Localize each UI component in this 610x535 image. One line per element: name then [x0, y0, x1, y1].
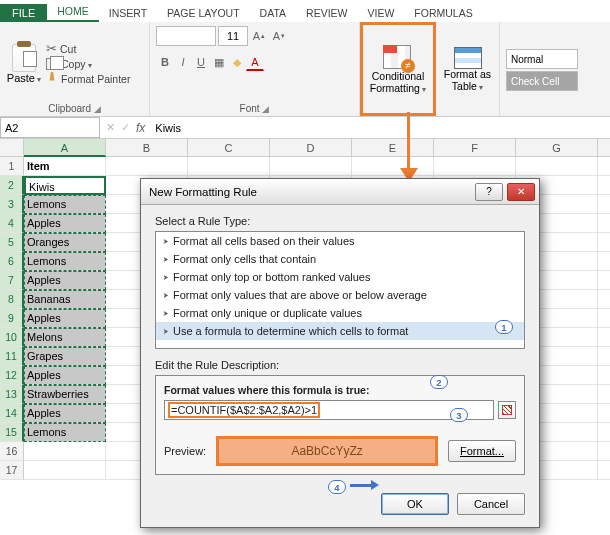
rule-item[interactable]: Format only unique or duplicate values: [156, 304, 524, 322]
dialog-titlebar[interactable]: New Formatting Rule ? ✕: [141, 179, 539, 205]
bold-button[interactable]: B: [156, 53, 174, 71]
row-header[interactable]: 15: [0, 423, 24, 442]
tab-file[interactable]: FILE: [0, 4, 47, 22]
range-picker-button[interactable]: [498, 401, 516, 419]
empty-cell[interactable]: [598, 252, 610, 271]
fx-icon[interactable]: fx: [136, 121, 145, 135]
data-cell[interactable]: Apples: [24, 309, 106, 328]
rule-item-selected[interactable]: Use a formula to determine which cells t…: [156, 322, 524, 340]
empty-cell[interactable]: [598, 309, 610, 328]
rule-type-list[interactable]: Format all cells based on their values F…: [155, 231, 525, 349]
data-cell[interactable]: Bananas: [24, 290, 106, 309]
data-cell[interactable]: Apples: [24, 214, 106, 233]
format-painter-button[interactable]: Format Painter: [46, 72, 130, 86]
empty-cell[interactable]: [434, 157, 516, 176]
data-cell[interactable]: Apples: [24, 366, 106, 385]
empty-cell[interactable]: [598, 233, 610, 252]
row-header[interactable]: 8: [0, 290, 24, 309]
empty-cell[interactable]: [598, 176, 610, 195]
data-cell[interactable]: Apples: [24, 271, 106, 290]
empty-cell[interactable]: [598, 271, 610, 290]
tab-formulas[interactable]: FORMULAS: [404, 4, 482, 22]
data-cell[interactable]: Apples: [24, 404, 106, 423]
empty-cell[interactable]: [188, 157, 270, 176]
data-cell[interactable]: Grapes: [24, 347, 106, 366]
format-button[interactable]: Format...: [448, 440, 516, 462]
empty-cell[interactable]: [598, 214, 610, 233]
row-header[interactable]: 13: [0, 385, 24, 404]
formula-input[interactable]: [151, 117, 610, 138]
font-expand-icon[interactable]: ◢: [262, 104, 269, 114]
tab-page-layout[interactable]: PAGE LAYOUT: [157, 4, 250, 22]
empty-cell[interactable]: [516, 157, 598, 176]
dialog-help-button[interactable]: ?: [475, 183, 503, 201]
row-header[interactable]: 12: [0, 366, 24, 385]
col-header[interactable]: D: [270, 139, 352, 157]
tab-view[interactable]: VIEW: [357, 4, 404, 22]
empty-cell[interactable]: [24, 442, 106, 461]
dialog-close-button[interactable]: ✕: [507, 183, 535, 201]
row-header[interactable]: 7: [0, 271, 24, 290]
data-cell[interactable]: Lemons: [24, 195, 106, 214]
data-cell[interactable]: Strawberries: [24, 385, 106, 404]
tab-home[interactable]: HOME: [47, 2, 99, 22]
empty-cell[interactable]: [598, 328, 610, 347]
rule-formula-input[interactable]: =COUNTIF($A$2:$A2,$A2)>1: [168, 402, 320, 418]
cut-button[interactable]: ✂Cut: [46, 41, 130, 56]
row-header[interactable]: 3: [0, 195, 24, 214]
rule-item[interactable]: Format all cells based on their values: [156, 232, 524, 250]
empty-cell[interactable]: [598, 385, 610, 404]
empty-cell[interactable]: [598, 347, 610, 366]
empty-cell[interactable]: [598, 195, 610, 214]
empty-cell[interactable]: [270, 157, 352, 176]
cell-style-check[interactable]: Check Cell: [506, 71, 578, 91]
shrink-font-button[interactable]: A: [270, 27, 288, 45]
empty-cell[interactable]: [106, 157, 188, 176]
data-cell[interactable]: Kiwis: [24, 176, 106, 195]
border-button[interactable]: ▦: [210, 53, 228, 71]
col-header[interactable]: E: [352, 139, 434, 157]
data-cell[interactable]: Lemons: [24, 423, 106, 442]
empty-cell[interactable]: [598, 461, 610, 480]
data-cell[interactable]: Melons: [24, 328, 106, 347]
col-header[interactable]: C: [188, 139, 270, 157]
empty-cell[interactable]: [24, 461, 106, 480]
italic-button[interactable]: I: [174, 53, 192, 71]
clipboard-expand-icon[interactable]: ◢: [94, 104, 101, 114]
tab-data[interactable]: DATA: [250, 4, 296, 22]
conditional-formatting-button[interactable]: ≠ Conditional Formatting: [369, 45, 427, 94]
row-header[interactable]: 2: [0, 176, 24, 195]
row-header[interactable]: 14: [0, 404, 24, 423]
data-cell[interactable]: Lemons: [24, 252, 106, 271]
row-header[interactable]: 16: [0, 442, 24, 461]
font-color-button[interactable]: A: [246, 53, 264, 71]
data-cell[interactable]: Oranges: [24, 233, 106, 252]
col-header[interactable]: G: [516, 139, 598, 157]
tab-review[interactable]: REVIEW: [296, 4, 357, 22]
font-size-input[interactable]: [218, 26, 248, 46]
cell-style-normal[interactable]: Normal: [506, 49, 578, 69]
empty-cell[interactable]: [598, 290, 610, 309]
grow-font-button[interactable]: A: [250, 27, 268, 45]
cancel-formula-icon[interactable]: ✕: [106, 121, 115, 134]
ok-button[interactable]: OK: [381, 493, 449, 515]
rule-item[interactable]: Format only top or bottom ranked values: [156, 268, 524, 286]
row-header[interactable]: 6: [0, 252, 24, 271]
col-header[interactable]: H: [598, 139, 610, 157]
underline-button[interactable]: U: [192, 53, 210, 71]
empty-cell[interactable]: [598, 157, 610, 176]
copy-button[interactable]: Copy: [46, 58, 130, 70]
rule-item[interactable]: Format only values that are above or bel…: [156, 286, 524, 304]
rule-item[interactable]: Format only cells that contain: [156, 250, 524, 268]
row-header[interactable]: 17: [0, 461, 24, 480]
empty-cell[interactable]: [352, 157, 434, 176]
row-header[interactable]: 5: [0, 233, 24, 252]
format-as-table-button[interactable]: Format as Table: [442, 47, 493, 92]
empty-cell[interactable]: [598, 404, 610, 423]
row-header[interactable]: 9: [0, 309, 24, 328]
empty-cell[interactable]: [598, 366, 610, 385]
tab-insert[interactable]: INSERT: [99, 4, 157, 22]
col-header-a[interactable]: A: [24, 139, 106, 157]
font-name-input[interactable]: [156, 26, 216, 46]
enter-formula-icon[interactable]: ✓: [121, 121, 130, 134]
